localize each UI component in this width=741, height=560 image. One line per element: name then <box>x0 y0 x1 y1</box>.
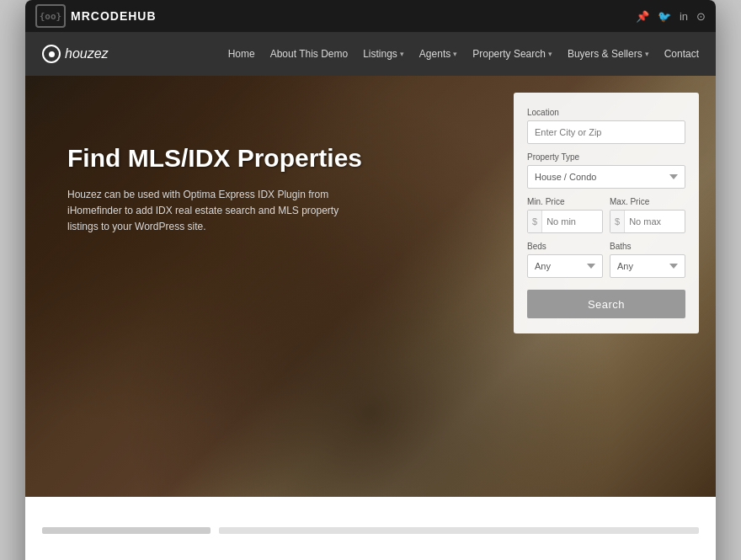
price-row: Min. Price $ Max. Price $ <box>527 197 685 233</box>
property-type-field-group: Property Type House / Condo Apartment Vi… <box>527 152 685 189</box>
browser-topbar: {oo} MRCODEHUB 📌 🐦 in ⊙ <box>25 0 716 32</box>
buyers-sellers-arrow-icon: ▾ <box>645 50 649 58</box>
location-label: Location <box>527 108 685 117</box>
agents-arrow-icon: ▾ <box>453 50 457 58</box>
brand-logo-icon: {oo} <box>35 4 66 28</box>
min-price-col: Min. Price $ <box>527 197 603 233</box>
search-button[interactable]: Search <box>527 290 685 318</box>
max-price-col: Max. Price $ <box>610 197 685 233</box>
property-type-select[interactable]: House / Condo Apartment Villa Office <box>527 165 685 189</box>
strip-bar-main <box>219 527 699 534</box>
max-price-label: Max. Price <box>610 197 685 206</box>
pin-icon[interactable]: 📌 <box>636 10 649 23</box>
browser-frame: {oo} MRCODEHUB 📌 🐦 in ⊙ houzez Home <box>25 0 716 560</box>
min-price-wrap: $ <box>527 210 603 233</box>
beds-col: Beds Any 1 2 3 4 5+ <box>527 242 603 278</box>
property-type-label: Property Type <box>527 152 685 162</box>
min-price-label: Min. Price <box>527 197 603 206</box>
brand-logo: {oo} MRCODEHUB <box>35 4 157 28</box>
listings-arrow-icon: ▾ <box>400 50 404 58</box>
max-price-input[interactable] <box>625 216 685 227</box>
beds-select[interactable]: Any 1 2 3 4 5+ <box>527 254 603 278</box>
max-price-symbol: $ <box>610 211 625 232</box>
nav-listings[interactable]: Listings ▾ <box>363 48 404 60</box>
nav-about[interactable]: About This Demo <box>270 48 349 60</box>
hero-description: Houzez can be used with Optima Express I… <box>67 187 354 236</box>
min-price-input[interactable] <box>542 216 602 227</box>
search-panel: Location Property Type House / Condo Apa… <box>514 93 699 333</box>
rss-icon[interactable]: ⊙ <box>696 10 706 23</box>
site-logo: houzez <box>42 45 109 63</box>
brand-name: MRCODEHUB <box>71 9 157 23</box>
hero-title: Find MLS/IDX Properties <box>67 143 387 173</box>
location-field-group: Location <box>527 108 685 144</box>
baths-col: Baths Any 1 2 3 4+ <box>610 242 685 278</box>
logo-dot <box>49 51 55 57</box>
logo-circle-icon <box>42 45 61 63</box>
nav-home[interactable]: Home <box>228 48 255 60</box>
beds-baths-row: Beds Any 1 2 3 4 5+ Baths Any <box>527 242 685 278</box>
nav-agents[interactable]: Agents ▾ <box>419 48 457 60</box>
location-input[interactable] <box>527 120 685 144</box>
baths-label: Baths <box>610 242 685 251</box>
beds-label: Beds <box>527 242 603 251</box>
nav-contact[interactable]: Contact <box>664 48 699 60</box>
hero-content: Find MLS/IDX Properties Houzez can be us… <box>25 76 429 269</box>
site-logo-name: houzez <box>65 46 109 61</box>
topbar-icons: 📌 🐦 in ⊙ <box>636 10 706 23</box>
site-nav: houzez Home About This Demo Listings ▾ A… <box>25 32 716 76</box>
nav-buyers-sellers[interactable]: Buyers & Sellers ▾ <box>568 48 649 60</box>
site-wrapper: houzez Home About This Demo Listings ▾ A… <box>25 32 716 560</box>
nav-property-search[interactable]: Property Search ▾ <box>472 48 552 60</box>
hero-section: Find MLS/IDX Properties Houzez can be us… <box>25 76 716 497</box>
linkedin-icon[interactable]: in <box>680 10 688 23</box>
nav-links: Home About This Demo Listings ▾ Agents ▾… <box>228 48 699 60</box>
strip-bar-accent <box>42 527 211 534</box>
baths-select[interactable]: Any 1 2 3 4+ <box>610 254 685 278</box>
property-search-arrow-icon: ▾ <box>548 50 552 58</box>
min-price-symbol: $ <box>528 211 542 232</box>
twitter-icon[interactable]: 🐦 <box>658 10 671 23</box>
max-price-wrap: $ <box>610 210 685 233</box>
bottom-strip <box>25 497 716 560</box>
